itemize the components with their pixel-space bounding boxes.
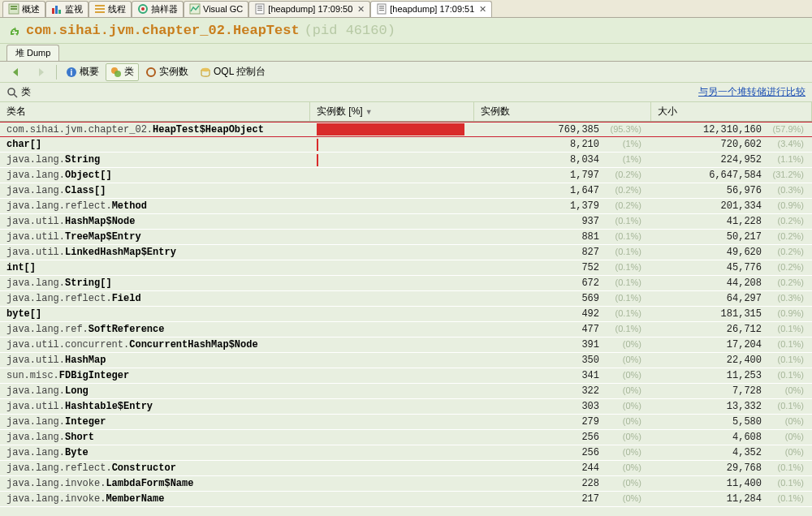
svg-line-27: [14, 94, 17, 97]
table-row[interactable]: java.lang.Object[]1,797(0.2%)6,647,584(3…: [0, 168, 812, 183]
tab-visualgc-4[interactable]: Visual GC: [184, 1, 248, 17]
svg-point-26: [8, 88, 15, 95]
cell-classname: java.lang.Byte: [0, 447, 310, 458]
cell-classname: java.lang.reflect.Constructor: [0, 462, 310, 474]
forward-button[interactable]: [29, 63, 52, 81]
table-row[interactable]: sun.misc.FDBigInteger341(0%)11,253(0.1%): [0, 368, 812, 384]
close-icon[interactable]: ✕: [357, 4, 365, 15]
cell-instances: 1,647(0.2%): [474, 185, 651, 196]
tab-heapdump-5[interactable]: [heapdump] 17:09:50✕: [248, 1, 370, 17]
cell-size: 11,400(0.1%): [651, 478, 812, 489]
table-row[interactable]: java.lang.Class[]1,647(0.2%)56,976(0.3%): [0, 183, 812, 199]
table-row[interactable]: java.lang.String[]672(0.1%)44,208(0.2%): [0, 276, 812, 291]
col-classname[interactable]: 类名: [0, 102, 310, 121]
svg-point-24: [147, 68, 155, 76]
classes-button[interactable]: 类: [106, 63, 139, 81]
visualgc-icon: [189, 3, 201, 15]
table-row[interactable]: java.util.TreeMap$Entry881(0.1%)50,217(0…: [0, 230, 812, 245]
table-row[interactable]: java.lang.Long322(0%)7,728(0%): [0, 384, 812, 399]
table-row[interactable]: java.util.concurrent.ConcurrentHashMap$N…: [0, 338, 812, 353]
col-size[interactable]: 大小: [651, 102, 812, 121]
table-row[interactable]: java.lang.ref.SoftReference477(0.1%)26,7…: [0, 322, 812, 338]
threads-icon: [94, 3, 106, 15]
cell-classname: java.lang.Class[]: [0, 185, 310, 196]
cell-instances: 569(0.1%): [474, 293, 651, 304]
compare-heap-link[interactable]: 与另一个堆转储进行比较: [698, 85, 806, 99]
tab-overview-0[interactable]: 概述: [2, 1, 45, 17]
table-row[interactable]: java.util.HashMap$Node937(0.1%)41,228(0.…: [0, 214, 812, 230]
cell-size: 4,608(0%): [651, 432, 812, 443]
back-button[interactable]: [5, 63, 28, 81]
table-row[interactable]: java.util.LinkedHashMap$Entry827(0.1%)49…: [0, 245, 812, 260]
cell-instances: 937(0.1%): [474, 216, 651, 227]
cell-size: 6,647,584(31.2%): [651, 170, 812, 181]
col-instances[interactable]: 实例数: [474, 102, 651, 121]
table-row[interactable]: int[]752(0.1%)45,776(0.2%): [0, 260, 812, 276]
tab-label: [heapdump] 17:09:50: [268, 4, 352, 14]
cell-classname: java.lang.Object[]: [0, 170, 310, 181]
tab-label: Visual GC: [203, 4, 243, 14]
cell-classname: char[]: [0, 139, 310, 150]
tab-label: 概述: [22, 3, 40, 15]
svg-rect-14: [257, 8, 262, 9]
cell-instances: 752(0.1%): [474, 262, 651, 273]
cell-size: 12,310,160(57.9%): [651, 124, 812, 135]
cell-classname: java.lang.ref.SoftReference: [0, 324, 310, 335]
table-row[interactable]: java.lang.reflect.Field569(0.1%)64,297(0…: [0, 291, 812, 307]
table-row[interactable]: java.lang.reflect.Constructor244(0%)29,7…: [0, 461, 812, 476]
table-row[interactable]: java.util.Hashtable$Entry303(0%)13,332(0…: [0, 399, 812, 415]
cell-size: 64,297(0.3%): [651, 293, 812, 304]
cell-instances: 1,379(0.2%): [474, 200, 651, 212]
table-row[interactable]: java.lang.Short256(0%)4,608(0%): [0, 430, 812, 445]
cell-instances: 769,385(95.3%): [474, 124, 651, 135]
cell-instances: 256(0%): [474, 432, 651, 443]
sort-desc-icon: ▼: [365, 108, 373, 116]
heapdump-icon: [376, 3, 387, 15]
cell-size: 50,217(0.2%): [651, 231, 812, 243]
table-header: 类名 实例数 [%]▼ 实例数 大小: [0, 102, 812, 122]
cell-size: 56,976(0.3%): [651, 185, 812, 196]
table-row[interactable]: java.util.HashMap350(0%)22,400(0.1%): [0, 353, 812, 368]
tab-threads-2[interactable]: 线程: [89, 1, 132, 17]
oql-button[interactable]: OQL 控制台: [195, 63, 270, 81]
cell-classname: java.lang.String: [0, 154, 310, 166]
recycle-icon: [8, 24, 21, 37]
oql-icon: [200, 67, 211, 78]
table-row[interactable]: byte[]492(0.1%)181,315(0.9%): [0, 307, 812, 322]
cell-classname: int[]: [0, 262, 310, 273]
cell-instances: 1,797(0.2%): [474, 170, 651, 181]
oql-label: OQL 控制台: [214, 65, 266, 79]
tab-heapdump-6[interactable]: [heapdump] 17:09:51✕: [370, 1, 492, 17]
svg-rect-17: [379, 6, 384, 6]
magnifier-icon[interactable]: [6, 87, 18, 98]
cell-classname: java.lang.reflect.Method: [0, 200, 310, 212]
table-row[interactable]: java.lang.invoke.MemberName217(0%)11,284…: [0, 492, 812, 507]
cell-instances: 492(0.1%): [474, 308, 651, 320]
instances-button[interactable]: 实例数: [140, 63, 193, 81]
table-row[interactable]: java.lang.String8,034(1%)224,952(1.1%): [0, 153, 812, 168]
cell-size: 13,332(0.1%): [651, 401, 812, 412]
cell-classname: java.lang.invoke.MemberName: [0, 493, 310, 505]
svg-point-10: [141, 7, 145, 11]
table-row[interactable]: char[]8,210(1%)720,602(3.4%): [0, 137, 812, 153]
svg-rect-18: [379, 8, 384, 9]
svg-rect-5: [58, 10, 61, 14]
tab-sampler-3[interactable]: 抽样器: [132, 1, 184, 17]
table-row[interactable]: java.lang.invoke.LambdaForm$Name228(0%)1…: [0, 476, 812, 492]
close-icon[interactable]: ✕: [479, 4, 486, 15]
table-row[interactable]: java.lang.Byte256(0%)4,352(0%): [0, 445, 812, 461]
subtab-heap-dump[interactable]: 堆 Dump: [6, 45, 59, 61]
table-row[interactable]: java.lang.Integer279(0%)5,580(0%): [0, 415, 812, 430]
svg-rect-15: [257, 10, 262, 11]
tab-monitor-1[interactable]: 监视: [45, 1, 89, 17]
cell-classname: java.lang.invoke.LambdaForm$Name: [0, 478, 310, 489]
cell-instances: 672(0.1%): [474, 277, 651, 289]
cell-size: 181,315(0.9%): [651, 308, 812, 320]
table-row[interactable]: com.sihai.jvm.chapter_02.HeapTest$HeapOb…: [0, 122, 812, 137]
cell-size: 11,253(0.1%): [651, 370, 812, 381]
table-row[interactable]: java.lang.reflect.Method1,379(0.2%)201,3…: [0, 199, 812, 214]
cell-size: 29,768(0.1%): [651, 462, 812, 474]
overview-button[interactable]: i 概要: [61, 63, 104, 81]
col-instance-pct[interactable]: 实例数 [%]▼: [310, 102, 474, 121]
cell-instances: 477(0.1%): [474, 324, 651, 335]
